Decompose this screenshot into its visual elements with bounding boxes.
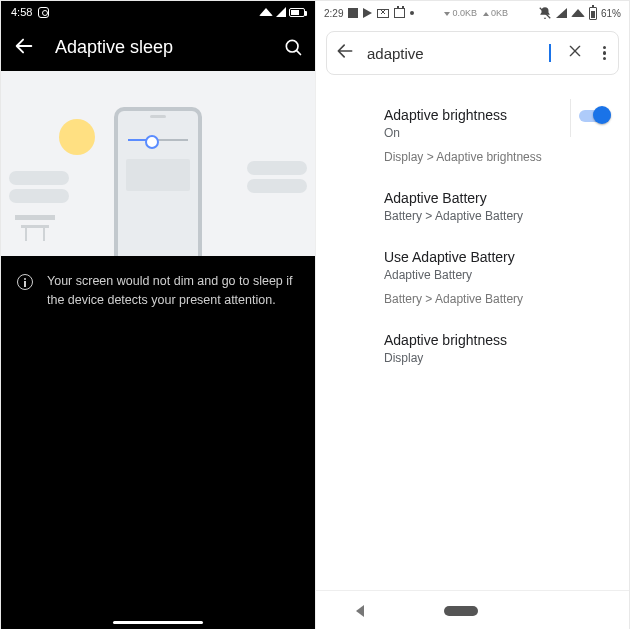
battery-icon [289,8,305,17]
back-button[interactable] [13,35,35,60]
result-path: Display > Adaptive brightness [384,150,629,164]
search-button[interactable] [283,37,303,57]
statusbar-left: 4:58 [1,1,315,23]
cloud-icon [9,171,69,185]
navigation-bar [316,590,629,629]
brightness-slider-illustration [128,139,188,141]
page-title: Adaptive sleep [55,37,263,58]
image-notification-icon [348,8,358,18]
battery-percent: 61% [601,8,621,19]
cloud-icon [247,179,307,193]
bench-icon [15,215,55,241]
cell-signal-icon [556,8,567,18]
phone-settings-search: 2:29 0.0KB 0KB 61% [315,1,629,629]
clock: 2:29 [324,8,343,19]
overflow-menu-button[interactable] [599,42,611,65]
search-results: Adaptive brightness On Display > Adaptiv… [316,79,629,381]
telegram-notification-icon [363,8,372,18]
nav-home-pill[interactable] [444,606,478,616]
feature-illustration [1,71,315,256]
cell-signal-icon [276,7,286,17]
clock: 4:58 [11,6,32,18]
info-text: Your screen would not dim and go to slee… [47,272,299,310]
statusbar-right: 2:29 0.0KB 0KB 61% [316,1,629,25]
page-header: Adaptive sleep [1,23,315,71]
net-speed-down: 0.0KB [444,8,477,18]
result-use-adaptive-battery[interactable]: Use Adaptive Battery Adaptive Battery Ba… [384,239,629,322]
cloud-icon [9,189,69,203]
search-input[interactable]: adaptive [367,45,549,62]
search-bar: adaptive [326,31,619,75]
result-subtitle: Adaptive Battery [384,268,629,282]
text-cursor [549,44,550,62]
mail-notification-icon [377,9,389,18]
home-indicator[interactable] [113,621,203,625]
calendar-notification-icon [394,8,405,18]
result-adaptive-battery[interactable]: Adaptive Battery Battery > Adaptive Batt… [384,180,629,239]
battery-icon [589,7,597,20]
phone-adaptive-sleep: 4:58 Adaptive sleep [1,1,315,629]
instagram-notification-icon [38,7,49,18]
result-subtitle: Battery > Adaptive Battery [384,209,629,223]
info-banner: Your screen would not dim and go to slee… [1,256,315,310]
adaptive-brightness-toggle[interactable] [579,105,611,127]
clear-search-button[interactable] [563,39,587,68]
result-title: Adaptive Battery [384,190,629,206]
phone-illustration [114,107,202,256]
wifi-icon [259,8,273,16]
result-title: Use Adaptive Battery [384,249,629,265]
result-title: Adaptive brightness [384,332,629,348]
result-adaptive-brightness-2[interactable]: Adaptive brightness Display [384,322,629,381]
result-adaptive-brightness[interactable]: Adaptive brightness On Display > Adaptiv… [384,97,629,180]
cloud-icon [247,161,307,175]
info-icon [17,274,33,290]
net-speed-up: 0KB [483,8,508,18]
result-path: Battery > Adaptive Battery [384,292,629,306]
nav-back-button[interactable] [356,605,364,617]
result-subtitle: Display [384,351,629,365]
dnd-icon [538,6,552,20]
result-subtitle: On [384,126,629,140]
search-back-button[interactable] [335,41,355,66]
wifi-icon [571,9,585,17]
more-notifications-icon [410,11,414,15]
svg-point-0 [286,40,298,52]
sun-icon [59,119,95,155]
